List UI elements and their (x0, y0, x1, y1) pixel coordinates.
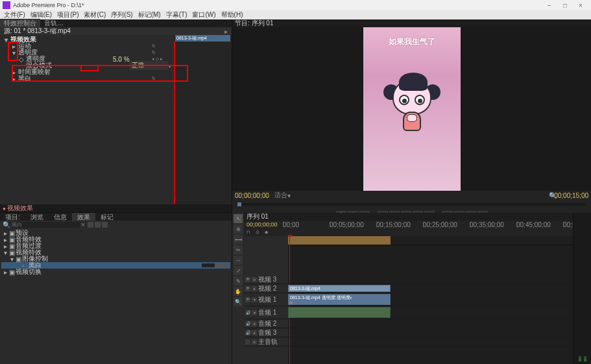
tool-selection[interactable]: ↖ (234, 214, 243, 223)
track-header-v3[interactable]: 👁▸视频 3 (244, 275, 288, 284)
effects-panel: 项目: 浏览 信息 效果 标记 🔍 × ▸▣预设 ▸▣音频特效 ▸▣音频过渡 (0, 213, 232, 364)
clip-v2[interactable]: 0813-3-缩.mp4 (288, 285, 391, 292)
timeline-panel: ↖ ⊕ ⟷ ✂ ↔ ⤢ ✎ ✋ 🔍 序列 01 00;00;00;00 00;0… (232, 213, 591, 364)
titlebar: Adobe Premiere Pro - D:\1* − □ × (0, 0, 591, 10)
menu-sequence[interactable]: 序列(S) (108, 10, 135, 19)
close-button[interactable]: × (573, 2, 588, 9)
zoom-icon[interactable]: 🔍 (549, 192, 554, 199)
tl-snap-icon[interactable]: ⊓ (247, 230, 253, 235)
tab-effects[interactable]: 效果 (72, 213, 95, 221)
menu-title[interactable]: 字幕(T) (163, 10, 190, 19)
search-icon: 🔍 (3, 221, 10, 228)
track-v3[interactable] (288, 275, 573, 284)
track-a3[interactable] (288, 328, 573, 337)
track-header-a3[interactable]: 🔊▸音频 3 (244, 328, 288, 337)
program-timecode-right: 00;00;15;00 (554, 192, 588, 199)
fx-timeline-clip: 0813-3-缩.mp4 (175, 35, 230, 42)
program-fit-dropdown[interactable]: 适合 (274, 191, 287, 200)
fx-filter-icon-2[interactable] (95, 222, 101, 228)
clip-a1[interactable] (288, 307, 391, 318)
tool-ripple[interactable]: ⟷ (234, 235, 243, 244)
menu-edit[interactable]: 编辑(E) (28, 10, 54, 19)
tab-markers[interactable]: 标记 (95, 213, 119, 221)
track-header-a1[interactable]: 🔊▾音频 1 (244, 306, 288, 319)
menu-clip[interactable]: 素材(C) (81, 10, 108, 19)
timeline-ruler[interactable]: 00;00 00;05;00;00 00;15;00;00 00;25;00;0… (283, 221, 570, 228)
maximize-button[interactable]: □ (557, 2, 573, 9)
tool-palette: ↖ ⊕ ⟷ ✂ ↔ ⤢ ✎ ✋ 🔍 (232, 213, 244, 364)
track-v1[interactable]: 0813-3-缩.mp4 透明度:透明度• fx (288, 293, 573, 306)
audio-meters (573, 213, 591, 364)
track-header-v1[interactable]: 👁▾视频 1 (244, 293, 288, 306)
tree-video-trans[interactable]: ▸▣视频切换 (1, 269, 230, 275)
menu-project[interactable]: 项目(P) (54, 10, 81, 19)
menu-file[interactable]: 文件(F) (1, 10, 28, 19)
program-timecode-left[interactable]: 00;00;00;00 (235, 192, 269, 199)
video-character (392, 79, 431, 115)
menubar: 文件(F) 编辑(E) 项目(P) 素材(C) 序列(S) 标记(M) 字幕(T… (0, 10, 591, 19)
menu-help[interactable]: 帮助(H) (219, 10, 246, 19)
tool-track-select[interactable]: ⊕ (234, 224, 243, 234)
tl-sync-icon[interactable]: ⊙ (256, 230, 262, 235)
track-a2[interactable] (288, 319, 573, 328)
fx-playhead[interactable] (174, 42, 175, 204)
effects-search-input[interactable] (12, 222, 80, 228)
tool-pen[interactable]: ✎ (234, 276, 243, 285)
fx-preset-badge (202, 263, 228, 267)
tab-program[interactable]: 节目: 序列 01 (235, 19, 273, 28)
tab-project[interactable]: 项目: (0, 213, 25, 221)
tab-sequence[interactable]: 序列 01 (247, 212, 269, 221)
program-viewport[interactable]: 如果我生气了 (232, 27, 591, 191)
track-header-master[interactable]: ▸主音轨 (244, 337, 288, 346)
track-v2[interactable]: 0813-3-缩.mp4 (288, 284, 573, 293)
tool-zoom[interactable]: 🔍 (234, 297, 243, 306)
tab-media-browser[interactable]: 浏览 (25, 213, 49, 221)
track-a1[interactable] (288, 306, 573, 319)
fx-footer-tab[interactable]: ● 视频效果 (0, 204, 232, 212)
program-scrub-bar[interactable] (237, 203, 586, 206)
fx-blank[interactable]: ▸黑白↻ (0, 75, 174, 82)
tool-hand[interactable]: ✋ (234, 287, 243, 296)
tl-marker-icon[interactable]: ◆ (265, 230, 271, 235)
program-monitor: 节目: 序列 01 如果我生气了 (232, 19, 591, 213)
menu-marker[interactable]: 标记(M) (136, 10, 163, 19)
fx-snap-icon[interactable]: ▸ (224, 28, 228, 35)
menu-window[interactable]: 窗口(W) (189, 10, 218, 19)
effect-controls-panel: 特效控制台 音轨… 源: 01 * 0813-3-缩.mp4 ▸ ▾视频效果 ▸… (0, 19, 232, 213)
search-clear-icon[interactable]: × (81, 221, 85, 228)
video-caption: 如果我生气了 (363, 36, 461, 47)
timeline-timecode[interactable]: 00;00;00;00 (247, 221, 283, 228)
track-header-v2[interactable]: 👁▸视频 2 (244, 284, 288, 293)
tool-razor[interactable]: ✂ (234, 245, 243, 254)
fx-source-label: 源: 01 * 0813-3-缩.mp4 (4, 27, 224, 36)
track-master[interactable] (288, 337, 573, 346)
fx-keyframe-timeline[interactable]: 0813-3-缩.mp4 (174, 35, 232, 204)
video-frame: 如果我生气了 (363, 27, 461, 191)
fx-filter-icon-3[interactable] (102, 222, 108, 228)
clip-v1[interactable]: 0813-3-缩.mp4 透明度:透明度• (288, 294, 391, 305)
minimize-button[interactable]: − (542, 2, 557, 9)
fx-badge-icon: fx (289, 300, 293, 305)
fx-filter-icon-1[interactable] (88, 222, 93, 228)
tool-slide[interactable]: ⤢ (234, 266, 243, 275)
tool-slip[interactable]: ↔ (234, 256, 243, 265)
track-header-a2[interactable]: 🔊▸音频 2 (244, 319, 288, 328)
app-logo-icon (3, 1, 10, 9)
window-title: Adobe Premiere Pro - D:\1* (13, 2, 542, 8)
tab-info[interactable]: 信息 (49, 213, 72, 221)
